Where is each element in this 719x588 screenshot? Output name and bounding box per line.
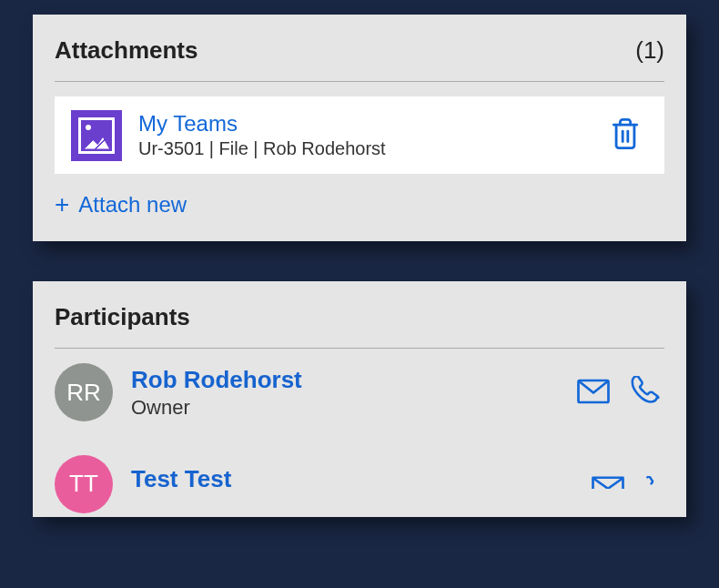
attach-new-label: Attach new [78, 192, 187, 218]
plus-icon: + [55, 192, 69, 218]
image-icon [71, 110, 122, 161]
attachment-info: My Teams Ur-3501 | File | Rob Rodehorst [138, 111, 603, 159]
trash-icon [610, 117, 641, 154]
email-button[interactable] [588, 472, 628, 495]
participant-name-link[interactable]: Test Test [131, 465, 588, 493]
phone-icon [644, 476, 661, 492]
participant-row: RR Rob Rodehorst Owner [55, 349, 664, 431]
avatar: TT [55, 455, 113, 513]
avatar: RR [55, 363, 113, 421]
attachment-meta: Ur-3501 | File | Rob Rodehorst [138, 138, 603, 159]
attachment-title-link[interactable]: My Teams [138, 111, 238, 137]
avatar-initials: RR [66, 379, 101, 407]
delete-attachment-button[interactable] [603, 109, 648, 161]
participant-name-link[interactable]: Rob Rodehorst [131, 366, 573, 394]
attachment-row: My Teams Ur-3501 | File | Rob Rodehorst [55, 96, 664, 174]
attachments-header: Attachments (1) [55, 36, 664, 82]
attachments-title: Attachments [55, 36, 197, 65]
participant-row: TT Test Test [55, 431, 664, 495]
attach-new-button[interactable]: + Attach new [55, 190, 664, 219]
participant-info: Rob Rodehorst Owner [131, 366, 573, 420]
attachments-count: (1) [635, 36, 664, 65]
avatar-initials: TT [69, 470, 98, 498]
participants-header: Participants [55, 303, 664, 349]
attachments-card: Attachments (1) My Teams Ur-3501 | File … [33, 15, 686, 241]
call-button[interactable] [641, 472, 664, 495]
participant-info: Test Test [131, 447, 588, 493]
call-button[interactable] [626, 372, 664, 413]
mail-icon [577, 379, 610, 407]
participants-card: Participants RR Rob Rodehorst Owner [33, 281, 686, 517]
mail-icon [592, 476, 624, 492]
participant-actions [573, 372, 664, 413]
participant-actions [588, 472, 664, 495]
participants-title: Participants [55, 303, 190, 331]
phone-icon [630, 376, 661, 410]
participant-role: Owner [131, 396, 573, 420]
email-button[interactable] [573, 372, 613, 413]
